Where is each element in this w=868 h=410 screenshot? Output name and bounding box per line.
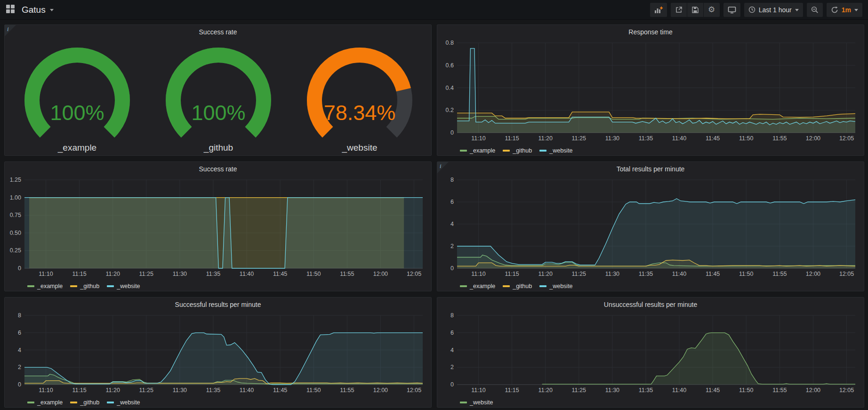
time-range-picker[interactable]: Last 1 hour	[744, 3, 803, 17]
svg-text:6: 6	[18, 330, 21, 336]
successful-results-chart[interactable]: 11:1011:1511:2011:2511:3011:3511:4011:45…	[7, 312, 429, 395]
legend-label: _example	[470, 283, 495, 289]
panel-title[interactable]: Response time	[628, 28, 672, 36]
time-range-label: Last 1 hour	[759, 6, 792, 14]
panel-title[interactable]: Successful results per minute	[175, 301, 261, 308]
legend-label: _github	[80, 283, 99, 289]
panel-title[interactable]: Success rate	[199, 165, 237, 173]
svg-text:12:05: 12:05	[839, 135, 854, 142]
svg-text:11:25: 11:25	[572, 387, 586, 394]
svg-text:11:35: 11:35	[206, 271, 220, 277]
svg-text:12:05: 12:05	[839, 271, 854, 277]
svg-text:11:45: 11:45	[706, 135, 720, 142]
legend-item-_github[interactable]: _github	[503, 283, 532, 289]
svg-text:6: 6	[450, 330, 454, 336]
panel-success-rate-gauges: i Success rate 100%_example100%_github78…	[4, 24, 432, 156]
svg-text:11:10: 11:10	[39, 387, 53, 394]
legend-label: _website	[117, 399, 140, 406]
tv-mode-button[interactable]	[723, 3, 740, 17]
panel-title[interactable]: Success rate	[199, 28, 237, 36]
legend-item-_example[interactable]: _example	[460, 147, 495, 154]
gauge-value: 78.34%	[324, 101, 396, 125]
total-results-chart[interactable]: 11:1011:1511:2011:2511:3011:3511:4011:45…	[439, 176, 862, 279]
legend-item-_website[interactable]: _website	[539, 147, 572, 154]
panel-info-icon[interactable]: i	[5, 25, 16, 36]
svg-text:4: 4	[18, 347, 21, 354]
legend-item-_website[interactable]: _website	[460, 399, 493, 406]
legend-swatch	[539, 150, 547, 152]
svg-text:11:45: 11:45	[706, 387, 720, 394]
gauge-label: _example	[7, 143, 148, 153]
svg-text:0.6: 0.6	[446, 62, 454, 69]
dashboard-title: Gatus	[22, 5, 46, 15]
svg-text:11:15: 11:15	[72, 271, 86, 277]
svg-text:11:45: 11:45	[273, 387, 287, 394]
gauge-_website: 78.34%_website	[289, 42, 430, 153]
svg-text:11:55: 11:55	[772, 271, 787, 277]
dashboard-grid: i Success rate 100%_example100%_github78…	[0, 20, 868, 408]
svg-text:11:10: 11:10	[471, 135, 485, 142]
svg-text:11:15: 11:15	[505, 135, 519, 142]
panel-title[interactable]: Unsuccessful results per minute	[604, 301, 697, 308]
add-panel-icon	[654, 6, 663, 14]
chevron-down-icon	[854, 9, 858, 13]
legend-label: _github	[513, 283, 532, 289]
legend-item-_github[interactable]: _github	[70, 283, 99, 289]
svg-text:12:00: 12:00	[806, 135, 820, 142]
success-rate-chart[interactable]: 11:1011:1511:2011:2511:3011:3511:4011:45…	[7, 176, 429, 279]
svg-text:11:50: 11:50	[739, 271, 753, 277]
share-icon	[675, 6, 683, 14]
svg-text:1.00: 1.00	[10, 194, 21, 201]
add-panel-button[interactable]	[650, 3, 667, 17]
svg-text:11:10: 11:10	[471, 271, 485, 277]
chevron-down-icon	[50, 9, 54, 13]
gauge-value: 100%	[50, 101, 104, 125]
save-button[interactable]	[687, 3, 703, 17]
zoom-out-button[interactable]	[807, 3, 823, 17]
legend-item-_website[interactable]: _website	[107, 283, 140, 289]
clock-icon	[748, 6, 755, 13]
unsuccessful-results-chart[interactable]: 11:1011:1511:2011:2511:3011:3511:4011:45…	[439, 312, 862, 395]
settings-button[interactable]: ⚙	[704, 3, 720, 17]
response-time-chart[interactable]: 11:1011:1511:2011:2511:3011:3511:4011:45…	[439, 39, 862, 143]
svg-text:11:45: 11:45	[273, 271, 287, 277]
legend-item-_example[interactable]: _example	[27, 399, 63, 406]
legend-item-_website[interactable]: _website	[539, 283, 572, 289]
legend-item-_example[interactable]: _example	[27, 283, 63, 289]
legend-item-_example[interactable]: _example	[460, 283, 495, 289]
svg-text:11:40: 11:40	[672, 135, 686, 142]
dashboard-title-picker[interactable]: Gatus	[22, 5, 54, 15]
chart-legend: _website	[439, 397, 862, 408]
legend-item-_website[interactable]: _website	[107, 399, 140, 406]
svg-text:2: 2	[450, 364, 454, 370]
refresh-picker[interactable]: 1m	[827, 3, 862, 17]
panel-title[interactable]: Total results per minute	[617, 165, 685, 173]
svg-text:11:40: 11:40	[240, 271, 254, 277]
svg-text:11:30: 11:30	[173, 387, 187, 394]
svg-text:0.8: 0.8	[446, 40, 454, 46]
svg-text:11:40: 11:40	[672, 271, 686, 277]
legend-swatch	[27, 285, 34, 287]
svg-text:11:35: 11:35	[639, 271, 653, 277]
legend-label: _website	[117, 283, 140, 289]
share-button[interactable]	[671, 3, 687, 17]
chart-legend: _example_github_website	[7, 281, 429, 292]
svg-text:11:30: 11:30	[605, 387, 619, 394]
panel-header: Successful results per minute	[5, 297, 431, 312]
legend-item-_github[interactable]: _github	[70, 399, 99, 406]
legend-swatch	[460, 402, 467, 403]
svg-text:11:20: 11:20	[538, 135, 553, 142]
apps-grid-icon[interactable]	[6, 4, 15, 16]
svg-text:11:35: 11:35	[639, 135, 653, 142]
svg-text:11:10: 11:10	[39, 271, 53, 277]
refresh-icon	[831, 6, 838, 14]
legend-item-_github[interactable]: _github	[503, 147, 532, 154]
svg-text:8: 8	[450, 177, 454, 183]
panel-info-icon[interactable]: i	[437, 162, 449, 173]
panel-header: Response time	[437, 25, 864, 39]
svg-text:11:55: 11:55	[772, 387, 787, 394]
svg-text:12:05: 12:05	[839, 387, 854, 394]
svg-text:0.25: 0.25	[10, 247, 21, 254]
svg-text:4: 4	[450, 347, 454, 354]
svg-text:8: 8	[450, 312, 454, 319]
